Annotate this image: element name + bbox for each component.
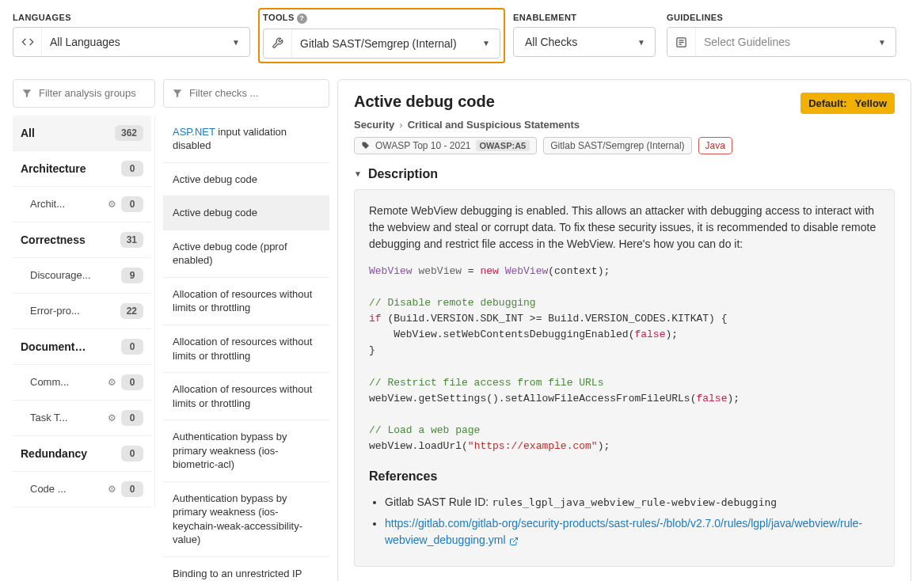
count-badge: 0 bbox=[121, 339, 143, 355]
code-icon bbox=[13, 28, 42, 56]
detail-panel: Active debug code Default: Yellow Securi… bbox=[337, 79, 911, 581]
enablement-dropdown[interactable]: All Checks ▼ bbox=[513, 27, 656, 57]
list-icon bbox=[667, 28, 696, 56]
group-item[interactable]: Comm...⚙0 bbox=[13, 365, 151, 401]
group-label: Redundancy bbox=[21, 447, 87, 460]
checks-column: ASP.NET input validation disabledActive … bbox=[163, 79, 329, 581]
tag-icon bbox=[361, 141, 371, 150]
description-text: Remote WebView debugging is enabled. Thi… bbox=[369, 203, 880, 253]
gear-icon[interactable]: ⚙ bbox=[108, 377, 116, 388]
gear-icon[interactable]: ⚙ bbox=[108, 199, 116, 210]
references: References Gitlab SAST Rule ID: rules_lg… bbox=[369, 467, 880, 549]
group-list: All362Architecture0Archit...⚙0Correctnes… bbox=[13, 116, 155, 507]
languages-value: All Languages bbox=[42, 36, 222, 48]
check-link: ASP.NET bbox=[173, 126, 215, 138]
languages-filter: LANGUAGES All Languages ▼ bbox=[13, 13, 250, 57]
gear-icon[interactable]: ⚙ bbox=[108, 412, 116, 423]
count-badge: 0 bbox=[121, 161, 143, 177]
count-badge: 31 bbox=[120, 232, 143, 248]
check-item[interactable]: Binding to an unrestricted IP address bbox=[163, 557, 329, 581]
check-item[interactable]: ASP.NET input validation disabled bbox=[163, 116, 329, 163]
tools-filter: TOOLS? Gitlab SAST/Semgrep (Internal) ▼ bbox=[263, 13, 500, 59]
check-item[interactable]: Allocation of resources without limits o… bbox=[163, 325, 329, 373]
default-badge: Default: Yellow bbox=[800, 93, 895, 114]
count-badge: 22 bbox=[120, 303, 143, 319]
group-item[interactable]: Architecture0 bbox=[13, 151, 151, 187]
filter-icon bbox=[21, 88, 32, 99]
check-item[interactable]: Allocation of resources without limits o… bbox=[163, 278, 329, 325]
count-badge: 0 bbox=[121, 446, 143, 461]
group-label: Task T... bbox=[30, 412, 67, 423]
check-list: ASP.NET input validation disabledActive … bbox=[163, 116, 329, 581]
enablement-filter: ENABLEMENT All Checks ▼ bbox=[513, 13, 656, 57]
group-label: All bbox=[21, 127, 35, 139]
svg-line-4 bbox=[513, 537, 518, 542]
group-label: Correctness bbox=[21, 234, 86, 246]
owasp-tag[interactable]: OWASP Top 10 - 2021 OWASP:A5 bbox=[354, 137, 537, 154]
enablement-label: ENABLEMENT bbox=[513, 13, 656, 22]
external-link-icon bbox=[509, 534, 519, 546]
group-label: Error-pro... bbox=[30, 305, 80, 317]
reference-item: Gitlab SAST Rule ID: rules_lgpl_java_web… bbox=[385, 494, 880, 511]
group-item[interactable]: Documentation0 bbox=[13, 329, 151, 365]
gear-icon[interactable]: ⚙ bbox=[108, 484, 116, 495]
group-item[interactable]: All362 bbox=[13, 116, 151, 151]
check-item[interactable]: Active debug code (pprof enabled) bbox=[163, 230, 329, 278]
language-tag[interactable]: Java bbox=[698, 137, 732, 154]
tools-dropdown[interactable]: Gitlab SAST/Semgrep (Internal) ▼ bbox=[263, 28, 500, 59]
count-badge: 362 bbox=[115, 125, 143, 141]
filter-icon bbox=[172, 88, 183, 99]
guidelines-label: GUIDELINES bbox=[667, 13, 896, 22]
count-badge: 9 bbox=[121, 268, 143, 283]
count-badge: 0 bbox=[121, 374, 143, 390]
filter-checks-input[interactable] bbox=[189, 87, 321, 99]
count-badge: 0 bbox=[121, 410, 143, 426]
reference-item: https://gitlab.com/gitlab-org/security-p… bbox=[385, 515, 880, 549]
guidelines-dropdown[interactable]: Select Guidelines ▼ bbox=[667, 27, 896, 57]
group-item[interactable]: Archit...⚙0 bbox=[13, 187, 151, 222]
group-label: Documentation bbox=[21, 340, 92, 353]
group-label: Comm... bbox=[30, 376, 69, 388]
chevron-down-icon: ▼ bbox=[473, 39, 500, 47]
detail-title: Active debug code bbox=[354, 93, 495, 111]
tools-filter-highlight: TOOLS? Gitlab SAST/Semgrep (Internal) ▼ bbox=[258, 8, 505, 63]
guidelines-filter: GUIDELINES Select Guidelines ▼ bbox=[667, 13, 896, 57]
guidelines-placeholder: Select Guidelines bbox=[696, 36, 869, 48]
group-label: Architecture bbox=[21, 162, 86, 175]
languages-dropdown[interactable]: All Languages ▼ bbox=[13, 27, 250, 57]
breadcrumb: Security›Critical and Suspicious Stateme… bbox=[354, 119, 895, 131]
group-label: Code ... bbox=[30, 483, 67, 495]
filter-checks-search[interactable] bbox=[163, 79, 329, 108]
references-title: References bbox=[369, 467, 880, 486]
chevron-down-icon: ▼ bbox=[869, 38, 895, 47]
wrench-icon bbox=[264, 29, 292, 58]
description-header[interactable]: ▼ Description bbox=[354, 167, 895, 181]
help-icon[interactable]: ? bbox=[297, 13, 307, 24]
description-box: Remote WebView debugging is enabled. Thi… bbox=[354, 189, 895, 568]
check-item[interactable]: Authentication bypass by primary weaknes… bbox=[163, 420, 329, 482]
check-item[interactable]: Allocation of resources without limits o… bbox=[163, 373, 329, 420]
group-item[interactable]: Task T...⚙0 bbox=[13, 401, 151, 436]
chevron-down-icon: ▼ bbox=[222, 38, 249, 47]
tool-tag[interactable]: Gitlab SAST/Semgrep (Internal) bbox=[543, 137, 691, 154]
languages-label: LANGUAGES bbox=[13, 13, 250, 22]
group-item[interactable]: Code ...⚙0 bbox=[13, 472, 151, 507]
check-item[interactable]: Active debug code bbox=[163, 163, 329, 197]
count-badge: 0 bbox=[121, 196, 143, 212]
filter-groups-input[interactable] bbox=[39, 87, 146, 99]
chevron-down-icon: ▼ bbox=[628, 38, 655, 47]
group-item[interactable]: Correctness31 bbox=[13, 222, 151, 258]
groups-column: All362Architecture0Archit...⚙0Correctnes… bbox=[13, 79, 155, 581]
enablement-value: All Checks bbox=[514, 36, 628, 48]
code-block: WebView webView = new WebView(context); … bbox=[369, 264, 880, 455]
group-item[interactable]: Discourage...9 bbox=[13, 258, 151, 294]
reference-link[interactable]: https://gitlab.com/gitlab-org/security-p… bbox=[385, 517, 862, 546]
group-label: Discourage... bbox=[30, 269, 91, 281]
filter-groups-search[interactable] bbox=[13, 79, 155, 108]
caret-down-icon: ▼ bbox=[354, 169, 362, 178]
group-item[interactable]: Error-pro...22 bbox=[13, 294, 151, 329]
check-item[interactable]: Active debug code bbox=[163, 196, 329, 230]
group-item[interactable]: Redundancy0 bbox=[13, 436, 151, 472]
check-item[interactable]: Authentication bypass by primary weaknes… bbox=[163, 482, 329, 557]
tools-value: Gitlab SAST/Semgrep (Internal) bbox=[292, 37, 473, 50]
